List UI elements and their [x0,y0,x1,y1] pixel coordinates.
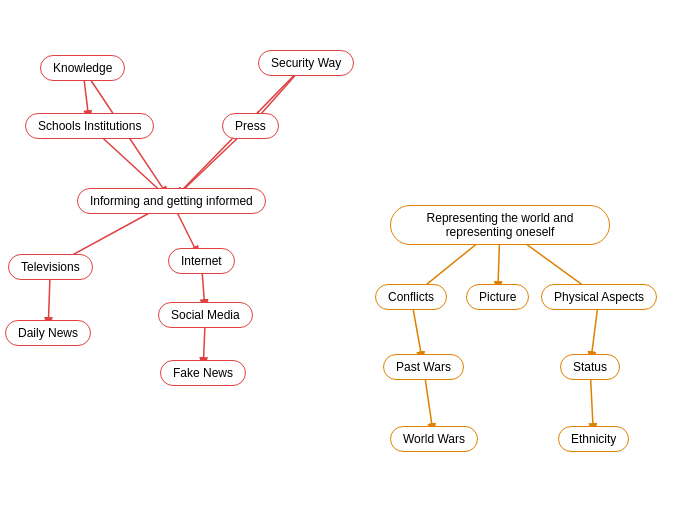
internet-node: Internet [168,248,235,274]
fake-news-node: Fake News [160,360,246,386]
picture-node: Picture [466,284,529,310]
physical-aspects-node: Physical Aspects [541,284,657,310]
informing-node: Informing and getting informed [77,188,266,214]
schools-node: Schools Institutions [25,113,154,139]
world-wars-node: World Wars [390,426,478,452]
televisions-node: Televisions [8,254,93,280]
status-node: Status [560,354,620,380]
representing-node: Representing the world andrepresenting o… [390,205,610,245]
security-way-node: Security Way [258,50,354,76]
press-node: Press [222,113,279,139]
ethnicity-node: Ethnicity [558,426,629,452]
daily-news-node: Daily News [5,320,91,346]
past-wars-node: Past Wars [383,354,464,380]
conflicts-node: Conflicts [375,284,447,310]
social-media-node: Social Media [158,302,253,328]
knowledge-node: Knowledge [40,55,125,81]
